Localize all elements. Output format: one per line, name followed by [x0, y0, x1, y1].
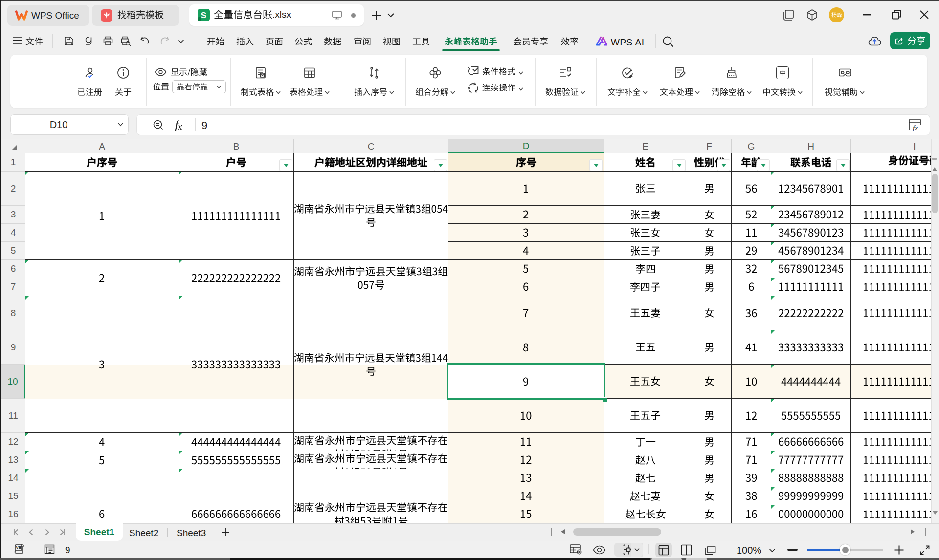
svg-text:VB: VB — [16, 545, 22, 550]
svg-text:S: S — [201, 11, 206, 20]
svg-text:fx: fx — [913, 124, 918, 131]
